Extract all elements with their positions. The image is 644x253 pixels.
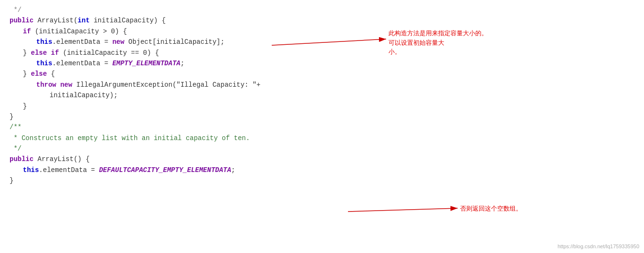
- code-line: if (initialCapacity > 0) {: [10, 26, 634, 37]
- code-line: }: [10, 101, 634, 111]
- code-line: this.elementData = DEFAULTCAPACITY_EMPTY…: [10, 165, 634, 175]
- annotation-2: 否则返回这个空数组。: [460, 204, 522, 213]
- code-line: initialCapacity);: [10, 90, 634, 101]
- code-line: throw new IllegalArgumentException("Ille…: [10, 80, 634, 90]
- code-line: this.elementData = EMPTY_ELEMENTDATA;: [10, 58, 634, 69]
- url-text: https://blog.csdn.net/lq1759335950: [558, 243, 639, 249]
- code-line: }: [10, 111, 634, 122]
- code-line: this.elementData = new Object[initialCap…: [10, 37, 634, 47]
- code-line: public ArrayList() {: [10, 154, 634, 164]
- code-line: */: [10, 143, 634, 154]
- code-line: /**: [10, 122, 634, 132]
- annotation-1: 此构造方法是用来指定容量大小的。可以设置初始容量大小。: [388, 29, 493, 57]
- code-line: } else {: [10, 69, 634, 79]
- code-line: public ArrayList(int initialCapacity) {: [10, 15, 634, 26]
- svg-line-3: [348, 208, 458, 212]
- code-line: } else if (initialCapacity == 0) {: [10, 48, 634, 58]
- code-line: }: [10, 175, 634, 186]
- code-line: */: [10, 5, 634, 15]
- code-area: */public ArrayList(int initialCapacity) …: [0, 0, 644, 191]
- code-line: * Constructs an empty list with an initi…: [10, 133, 634, 143]
